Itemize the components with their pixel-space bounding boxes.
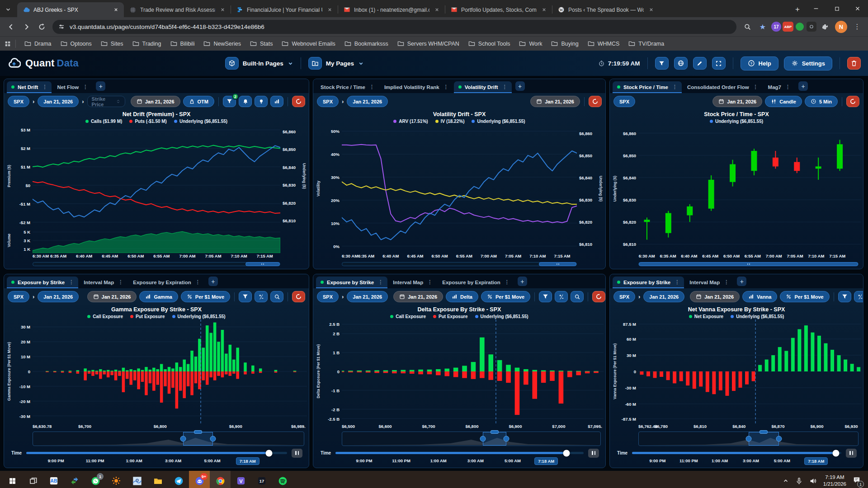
extensions-button[interactable] [818, 19, 832, 34]
kebab-icon[interactable]: ⋮ [443, 84, 448, 90]
panel-tab[interactable]: Exposure by Strike⋮ [316, 277, 387, 288]
chart-plot[interactable] [342, 124, 577, 253]
bookmark-folder[interactable]: Work [515, 38, 546, 49]
close-button[interactable] [847, 0, 868, 17]
bookmark-folder[interactable]: Optoons [57, 38, 96, 49]
chart-plot[interactable] [33, 319, 307, 423]
pause-button[interactable] [846, 449, 857, 458]
minimap-drag-tab[interactable] [491, 430, 499, 434]
legend-item[interactable]: Net Exposure [689, 314, 723, 319]
panel-tab[interactable]: Interval Map⋮ [685, 277, 733, 288]
taskbar-translate[interactable]: AB [43, 471, 64, 488]
panel-tab[interactable]: Interval Map⋮ [388, 277, 437, 288]
quantdata-logo[interactable]: QuantData [7, 56, 79, 70]
legend-item[interactable]: Underlying ($6,851.55) [710, 119, 763, 124]
taskbar-task-view[interactable] [23, 471, 43, 488]
panel-tab[interactable]: Exposure by Strike⋮ [613, 277, 684, 288]
legend-item[interactable]: Call Exposure [87, 314, 123, 319]
date-pill[interactable]: Jan 21, 2026 [38, 96, 79, 107]
delete-page-button[interactable] [847, 57, 861, 70]
filter-button[interactable] [239, 291, 252, 302]
tab-close-icon[interactable] [112, 6, 119, 14]
pause-button[interactable] [588, 449, 599, 458]
edit-button[interactable] [693, 57, 707, 70]
add-tab-button[interactable]: + [518, 277, 527, 286]
date-pill[interactable]: Jan 21, 2026 [643, 291, 684, 302]
profile-avatar[interactable]: N [835, 21, 847, 33]
symbol-pill[interactable]: SPX [8, 96, 29, 107]
scrollbar-handle[interactable] [639, 262, 858, 266]
chart-scrollbar[interactable] [33, 262, 280, 266]
apps-grid-icon[interactable] [5, 41, 11, 47]
built-in-pages-menu[interactable]: Built-In Pages [225, 57, 293, 70]
legend-item[interactable]: Underlying ($6,851.55) [172, 314, 226, 319]
back-button[interactable] [4, 19, 18, 34]
bookmark-folder[interactable]: Bilibili [166, 38, 199, 49]
legend-item[interactable]: Put Exposure [130, 314, 165, 319]
legend-item[interactable]: ARV (17.51%) [393, 119, 428, 124]
chevron-up-icon[interactable] [783, 478, 789, 484]
symbol-pill[interactable]: SPX [613, 96, 635, 107]
legend-item[interactable]: Put Exposure [433, 314, 467, 319]
delta-pill[interactable]: Delta [446, 291, 478, 302]
taskbar-whatsapp[interactable]: 1 [85, 471, 106, 488]
panel-tab[interactable]: Exposure by Expiration⋮ [128, 277, 204, 288]
fullscreen-button[interactable] [712, 57, 726, 70]
forward-button[interactable] [19, 19, 33, 34]
time-slider-track[interactable] [632, 452, 841, 454]
legend-item[interactable]: IV (18.22%) [435, 119, 465, 124]
kebab-icon[interactable]: ⋮ [724, 279, 729, 285]
jan-21-2026-pill[interactable]: Jan 21, 2026 [131, 96, 180, 107]
gamma-pill[interactable]: Gamma [139, 291, 178, 302]
chart-scrollbar[interactable] [638, 262, 859, 266]
kebab-icon[interactable]: ⋮ [427, 279, 432, 285]
tab-close-icon[interactable] [540, 6, 547, 14]
minimap-handle-left[interactable] [180, 436, 186, 442]
add-tab-button[interactable]: + [798, 81, 808, 91]
speaker-icon[interactable] [809, 477, 817, 485]
bookmark-folder[interactable]: Servers WHM/CPAN [393, 38, 463, 49]
kebab-icon[interactable]: ⋮ [369, 84, 374, 90]
range-minimap[interactable] [33, 432, 304, 446]
new-tab-button[interactable]: + [791, 3, 804, 16]
history-replay-button[interactable] [589, 96, 602, 107]
taskbar-v-player[interactable]: V [231, 471, 251, 488]
panel-tab[interactable]: Exposure by Strike⋮ [7, 277, 78, 288]
zoom-button[interactable] [571, 291, 584, 302]
my-pages-menu[interactable]: My Pages [308, 57, 364, 70]
date-pill[interactable]: Jan 21, 2026 [347, 96, 388, 107]
legend-item[interactable]: Underlying ($6,851.55) [475, 314, 528, 319]
minimap-handle-left[interactable] [480, 436, 486, 442]
kebab-icon[interactable]: ⋮ [69, 279, 74, 285]
panel-tab[interactable]: Mag7⋮ [764, 81, 795, 93]
plusminus-button[interactable] [255, 291, 268, 302]
browser-tab[interactable]: FinancialJuice | Your Financial U [231, 2, 338, 17]
bulb-button[interactable] [255, 96, 268, 107]
chart-scrollbar[interactable] [342, 262, 577, 266]
scrollbar-handle[interactable] [539, 262, 576, 266]
history-replay-button[interactable] [592, 291, 605, 302]
kebab-icon[interactable]: ⋮ [195, 279, 200, 285]
range-minimap[interactable] [638, 432, 859, 446]
panel-tab[interactable]: Stock Price / Time⋮ [316, 81, 379, 93]
minimap-handle-right[interactable] [210, 436, 216, 442]
taskbar-explorer[interactable] [147, 471, 168, 488]
panel-tab[interactable]: Volatility Drift⋮ [454, 81, 512, 93]
symbol-pill[interactable]: SPX [613, 291, 635, 302]
zoom-button[interactable] [270, 291, 283, 302]
add-tab-button[interactable]: + [737, 277, 746, 286]
per-1-move-pill[interactable]: Per $1 Move [780, 291, 829, 302]
candle-pill[interactable]: Candle [765, 96, 802, 107]
bookmark-folder[interactable]: NewSeries [199, 38, 245, 49]
browser-tab[interactable]: WPosts ‹ The Spread Book — Wo [552, 2, 659, 17]
bookmark-folder[interactable]: Sites [97, 38, 127, 49]
chart-plot[interactable] [638, 319, 861, 423]
jan-21-2026-pill[interactable]: Jan 21, 2026 [393, 291, 443, 302]
browser-tab[interactable]: Trade Review and Risk Assessm [124, 2, 231, 17]
minimize-button[interactable] [806, 0, 826, 17]
kebab-icon[interactable]: ⋮ [675, 279, 679, 285]
otm-pill[interactable]: OTM [183, 96, 214, 107]
history-replay-button[interactable] [292, 96, 305, 107]
minimap-selection[interactable] [749, 432, 779, 446]
maximize-button[interactable] [826, 0, 847, 17]
